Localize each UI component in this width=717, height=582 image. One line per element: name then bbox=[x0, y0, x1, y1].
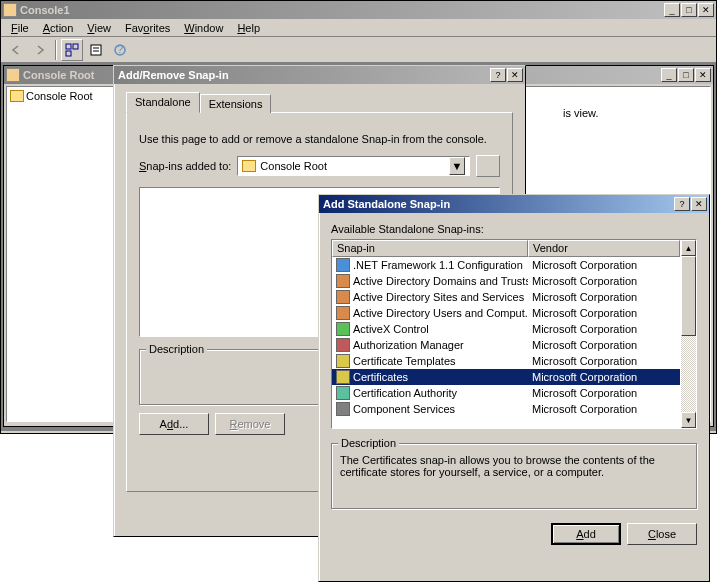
dialog2-help-button[interactable]: ? bbox=[674, 197, 690, 211]
dropdown-arrow-icon[interactable]: ▼ bbox=[449, 157, 465, 175]
column-vendor[interactable]: Vendor bbox=[528, 240, 680, 257]
menu-window[interactable]: Window bbox=[178, 21, 229, 35]
dialog1-titlebar: Add/Remove Snap-in ? ✕ bbox=[114, 66, 525, 84]
main-title: Console1 bbox=[20, 4, 664, 16]
dialog2-description-label: Description bbox=[338, 437, 399, 449]
tab-standalone[interactable]: Standalone bbox=[126, 92, 200, 113]
menu-action[interactable]: Action bbox=[37, 21, 80, 35]
list-item[interactable]: ActiveX ControlMicrosoft Corporation bbox=[332, 321, 680, 337]
snapin-icon bbox=[336, 402, 350, 416]
child-icon bbox=[6, 68, 20, 82]
child-maximize-button[interactable]: □ bbox=[678, 68, 694, 82]
svg-rect-0 bbox=[66, 44, 71, 49]
dialog1-tabs: Standalone Extensions bbox=[126, 92, 513, 113]
close-button[interactable]: ✕ bbox=[698, 3, 714, 17]
remove-button: Remove bbox=[215, 413, 285, 435]
folder-icon bbox=[242, 160, 256, 172]
back-button[interactable] bbox=[5, 39, 27, 61]
snapin-name: Authorization Manager bbox=[353, 339, 464, 351]
dialog1-intro: Use this page to add or remove a standal… bbox=[139, 133, 500, 145]
dialog2-add-button[interactable]: Add bbox=[551, 523, 621, 545]
add-standalone-snapin-dialog: Add Standalone Snap-in ? ✕ Available Sta… bbox=[318, 194, 710, 582]
column-snapin[interactable]: Snap-in bbox=[332, 240, 528, 257]
scrollbar[interactable]: ▲ ▼ bbox=[680, 240, 696, 428]
snapin-name: .NET Framework 1.1 Configuration bbox=[353, 259, 523, 271]
snapin-icon bbox=[336, 386, 350, 400]
dialog2-titlebar: Add Standalone Snap-in ? ✕ bbox=[319, 195, 709, 213]
snapin-vendor: Microsoft Corporation bbox=[532, 355, 637, 367]
dialog2-close-btn[interactable]: Close bbox=[627, 523, 697, 545]
toolbar-view-button[interactable] bbox=[61, 39, 83, 61]
folder-up-button[interactable] bbox=[476, 155, 500, 177]
toolbar-help-button[interactable]: ? bbox=[109, 39, 131, 61]
child-close-button[interactable]: ✕ bbox=[695, 68, 711, 82]
menu-file[interactable]: File bbox=[5, 21, 35, 35]
snapin-name: Certificate Templates bbox=[353, 355, 456, 367]
scroll-track[interactable] bbox=[681, 256, 696, 412]
dialog2-description-group: Description The Certificates snap-in all… bbox=[331, 443, 697, 509]
dialog2-close-button[interactable]: ✕ bbox=[691, 197, 707, 211]
svg-rect-3 bbox=[91, 45, 101, 55]
snapin-name: Certification Authority bbox=[353, 387, 457, 399]
list-item[interactable]: Component ServicesMicrosoft Corporation bbox=[332, 401, 680, 417]
list-item[interactable]: .NET Framework 1.1 ConfigurationMicrosof… bbox=[332, 257, 680, 273]
child-minimize-button[interactable]: _ bbox=[661, 68, 677, 82]
available-label: Available Standalone Snap-ins: bbox=[331, 223, 697, 235]
menu-view[interactable]: View bbox=[81, 21, 117, 35]
snapins-listview[interactable]: Snap-in Vendor .NET Framework 1.1 Config… bbox=[331, 239, 697, 429]
list-item[interactable]: Authorization ManagerMicrosoft Corporati… bbox=[332, 337, 680, 353]
snapin-vendor: Microsoft Corporation bbox=[532, 323, 637, 335]
menubar: File Action View Favorites Window Help bbox=[1, 19, 716, 37]
scroll-up-icon[interactable]: ▲ bbox=[681, 240, 696, 256]
app-icon bbox=[3, 3, 17, 17]
tree-pane[interactable]: Console Root bbox=[6, 86, 130, 422]
list-item[interactable]: Certificate TemplatesMicrosoft Corporati… bbox=[332, 353, 680, 369]
menu-favorites[interactable]: Favorites bbox=[119, 21, 176, 35]
list-item[interactable]: CertificatesMicrosoft Corporation bbox=[332, 369, 680, 385]
dialog1-close-button[interactable]: ✕ bbox=[507, 68, 523, 82]
snapin-icon bbox=[336, 306, 350, 320]
add-button[interactable]: Add... bbox=[139, 413, 209, 435]
snapin-vendor: Microsoft Corporation bbox=[532, 291, 637, 303]
combo-value: Console Root bbox=[260, 160, 327, 172]
snapins-label: Snap-ins added to: bbox=[139, 160, 231, 172]
snapin-vendor: Microsoft Corporation bbox=[532, 371, 637, 383]
scroll-thumb[interactable] bbox=[681, 256, 696, 336]
description-label: Description bbox=[146, 343, 207, 355]
snapin-icon bbox=[336, 274, 350, 288]
minimize-button[interactable]: _ bbox=[664, 3, 680, 17]
toolbar-separator bbox=[55, 40, 57, 60]
dialog1-title: Add/Remove Snap-in bbox=[116, 69, 490, 81]
list-item[interactable]: Certification AuthorityMicrosoft Corpora… bbox=[332, 385, 680, 401]
snapin-vendor: Microsoft Corporation bbox=[532, 387, 637, 399]
scroll-down-icon[interactable]: ▼ bbox=[681, 412, 696, 428]
svg-text:?: ? bbox=[117, 43, 123, 55]
dialog2-title: Add Standalone Snap-in bbox=[321, 198, 674, 210]
dialog1-help-button[interactable]: ? bbox=[490, 68, 506, 82]
snapin-name: Active Directory Sites and Services bbox=[353, 291, 524, 303]
listview-header: Snap-in Vendor bbox=[332, 240, 680, 257]
list-item[interactable]: Active Directory Users and Comput...Micr… bbox=[332, 305, 680, 321]
toolbar-properties-button[interactable] bbox=[85, 39, 107, 61]
snapin-vendor: Microsoft Corporation bbox=[532, 339, 637, 351]
snapin-name: ActiveX Control bbox=[353, 323, 429, 335]
snapin-icon bbox=[336, 338, 350, 352]
menu-help[interactable]: Help bbox=[231, 21, 266, 35]
snapin-name: Certificates bbox=[353, 371, 408, 383]
snapin-vendor: Microsoft Corporation bbox=[532, 307, 637, 319]
tree-root-label: Console Root bbox=[26, 90, 93, 102]
snapin-vendor: Microsoft Corporation bbox=[532, 403, 637, 415]
svg-rect-2 bbox=[66, 51, 71, 56]
snapin-icon bbox=[336, 370, 350, 384]
snapin-icon bbox=[336, 354, 350, 368]
tree-root-item[interactable]: Console Root bbox=[9, 89, 127, 103]
snapin-icon bbox=[336, 322, 350, 336]
tab-extensions[interactable]: Extensions bbox=[200, 94, 272, 113]
snapin-vendor: Microsoft Corporation bbox=[532, 259, 637, 271]
maximize-button[interactable]: □ bbox=[681, 3, 697, 17]
list-item[interactable]: Active Directory Domains and TrustsMicro… bbox=[332, 273, 680, 289]
forward-button[interactable] bbox=[29, 39, 51, 61]
snapin-name: Active Directory Users and Comput... bbox=[353, 307, 528, 319]
snapins-combo[interactable]: Console Root ▼ bbox=[237, 156, 470, 176]
list-item[interactable]: Active Directory Sites and ServicesMicro… bbox=[332, 289, 680, 305]
